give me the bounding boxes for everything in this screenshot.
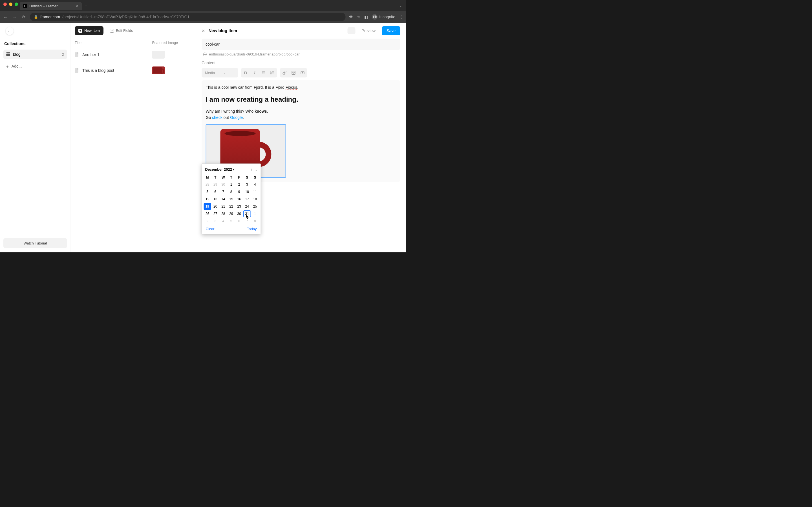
datepicker-day[interactable]: 21: [220, 203, 227, 210]
content-label: Content: [202, 61, 400, 65]
save-button[interactable]: Save: [382, 26, 400, 35]
datepicker-day[interactable]: 13: [212, 196, 219, 203]
next-month-icon[interactable]: ↓: [255, 167, 257, 172]
datepicker-day[interactable]: 28: [204, 181, 211, 188]
datepicker-day[interactable]: 29: [212, 181, 219, 188]
panel-title: New blog Item: [209, 29, 344, 33]
datepicker-day[interactable]: 3: [243, 181, 251, 188]
datepicker-day[interactable]: 7: [243, 218, 251, 224]
datepicker-day[interactable]: 26: [204, 210, 211, 217]
bullet-list-button[interactable]: [259, 68, 268, 77]
media-dropdown[interactable]: Media ⌄: [202, 68, 238, 78]
browser-actions: 👁 ☆ ◧ 🕶 Incognito ⋮: [349, 14, 403, 20]
tab-close-icon[interactable]: ×: [76, 4, 79, 8]
chevron-down-icon: ▾: [233, 168, 234, 171]
framer-favicon-icon: F: [23, 4, 27, 8]
tabs-menu-icon[interactable]: ⌄: [400, 4, 402, 8]
datepicker-day[interactable]: 4: [251, 181, 259, 188]
eye-off-icon[interactable]: 👁: [349, 15, 353, 19]
datepicker-day[interactable]: 6: [212, 188, 219, 195]
datepicker-day[interactable]: 8: [227, 188, 235, 195]
datepicker-today-button[interactable]: Today: [247, 227, 257, 231]
svg-point-2: [262, 72, 262, 73]
datepicker-day[interactable]: 22: [227, 203, 235, 210]
edit-fields-button[interactable]: Edit Fields: [106, 26, 137, 35]
document-icon: [75, 68, 79, 73]
numbered-list-button[interactable]: 123: [268, 68, 277, 77]
datepicker-day[interactable]: 7: [220, 188, 227, 195]
datepicker-day[interactable]: 10: [243, 188, 251, 195]
extensions-icon[interactable]: ◧: [364, 15, 368, 19]
datepicker-day[interactable]: 5: [227, 218, 235, 224]
video-button[interactable]: [298, 68, 307, 77]
datepicker-day[interactable]: 30: [220, 181, 227, 188]
datepicker-day[interactable]: 15: [227, 196, 235, 203]
datepicker-day[interactable]: 28: [220, 210, 227, 217]
italic-button[interactable]: I: [250, 68, 259, 77]
datepicker-day[interactable]: 27: [212, 210, 219, 217]
prev-month-icon[interactable]: ↑: [250, 167, 253, 172]
url-host: framer.com: [40, 15, 60, 19]
new-item-button[interactable]: + New Item: [75, 26, 103, 35]
nav-back-icon[interactable]: ←: [3, 14, 8, 20]
datepicker-day[interactable]: 2: [204, 218, 211, 224]
list-row[interactable]: Another 1: [70, 47, 196, 62]
datepicker-dow: F: [235, 174, 243, 181]
datepicker-day[interactable]: 9: [236, 188, 243, 195]
datepicker-day[interactable]: 29: [227, 210, 235, 217]
datepicker-day[interactable]: 5: [204, 188, 211, 195]
list-row[interactable]: This is a blog post: [70, 62, 196, 78]
datepicker-day[interactable]: 18: [251, 196, 259, 203]
datepicker-day[interactable]: 6: [236, 218, 243, 224]
datepicker-day[interactable]: 14: [220, 196, 227, 203]
browser-tab[interactable]: F Untitled – Framer ×: [20, 2, 82, 10]
bookmark-icon[interactable]: ☆: [357, 15, 361, 19]
new-tab-button[interactable]: +: [85, 3, 88, 9]
more-options-button[interactable]: ···: [347, 27, 355, 34]
datepicker-day[interactable]: 1: [227, 181, 235, 188]
document-icon: [75, 52, 79, 57]
preview-button[interactable]: Preview: [361, 29, 375, 33]
content-link[interactable]: Google: [230, 115, 243, 120]
datepicker-day[interactable]: 12: [204, 196, 211, 203]
add-collection-button[interactable]: + Add...: [3, 61, 67, 71]
datepicker-day[interactable]: 23: [236, 203, 243, 210]
datepicker-day[interactable]: 2: [236, 181, 243, 188]
datepicker-day[interactable]: 16: [236, 196, 243, 203]
database-icon: [6, 52, 10, 56]
nav-reload-icon[interactable]: ⟳: [21, 14, 27, 20]
datepicker-dow: S: [251, 174, 259, 181]
datepicker-day[interactable]: 1: [251, 210, 259, 217]
incognito-badge[interactable]: 🕶 Incognito: [372, 14, 395, 20]
framer-app: ← Collections blog 2 + Add... Watch Tuto…: [0, 23, 406, 252]
collection-item-blog[interactable]: blog 2: [3, 50, 67, 59]
close-panel-icon[interactable]: ✕: [202, 28, 205, 33]
image-button[interactable]: [289, 68, 298, 77]
plus-icon: +: [79, 29, 82, 33]
address-bar: ← → ⟳ 🔒 framer.com/projects/Untitled--mZ…: [0, 11, 406, 23]
content-link[interactable]: check: [212, 115, 222, 120]
datepicker-clear-button[interactable]: Clear: [206, 227, 214, 231]
datepicker-day[interactable]: 8: [251, 218, 259, 224]
back-button[interactable]: ←: [6, 27, 13, 35]
public-url: enthusiastic-guardrails-093164.framer.ap…: [202, 52, 400, 57]
datepicker-month-select[interactable]: December 2022 ▾: [205, 167, 234, 172]
link-button[interactable]: [280, 68, 289, 77]
bold-button[interactable]: B: [241, 68, 250, 77]
datepicker-day[interactable]: 24: [243, 203, 251, 210]
datepicker-day[interactable]: 17: [243, 196, 251, 203]
url-input[interactable]: 🔒 framer.com/projects/Untitled--mZ98oDWa…: [30, 13, 346, 21]
slug-input[interactable]: cool-car: [202, 39, 400, 50]
incognito-icon: 🕶: [372, 14, 377, 20]
datepicker-day[interactable]: 20: [212, 203, 219, 210]
datepicker-day[interactable]: 11: [251, 188, 259, 195]
svg-text:3: 3: [271, 73, 271, 75]
url-path: /projects/Untitled--mZ98oDWaPJyDRgKHm9n8…: [62, 15, 190, 19]
watch-tutorial-button[interactable]: Watch Tutorial: [3, 238, 67, 248]
datepicker-day[interactable]: 25: [251, 203, 259, 210]
datepicker-day[interactable]: 19: [204, 203, 211, 210]
datepicker-day[interactable]: 30: [236, 210, 243, 217]
datepicker-day[interactable]: 4: [220, 218, 227, 224]
datepicker-day[interactable]: 3: [212, 218, 219, 224]
browser-menu-icon[interactable]: ⋮: [399, 15, 403, 19]
